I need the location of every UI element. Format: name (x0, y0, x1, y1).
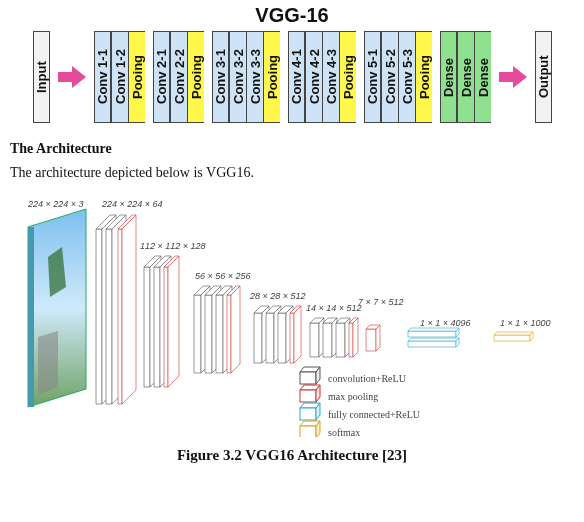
svg-marker-66 (408, 341, 456, 347)
dim-label: 224 × 224 × 64 (101, 199, 163, 209)
dim-label: 14 × 14 × 512 (306, 303, 362, 313)
conv-cell: Conv 5-2 (381, 31, 398, 123)
svg-text:fully connected+ReLU: fully connected+ReLU (328, 409, 421, 420)
conv-cell: Conv 5-3 (398, 31, 415, 123)
pool-cell: Pooing (339, 31, 356, 123)
svg-marker-63 (408, 331, 456, 337)
svg-marker-21 (164, 267, 168, 387)
svg-rect-85 (300, 426, 316, 437)
conv-cell: Conv 5-1 (364, 31, 381, 123)
svg-marker-15 (144, 267, 150, 387)
dim-label: 224 × 224 × 3 (27, 199, 84, 209)
block-2: Conv 2-1Conv 2-2Pooing (153, 31, 204, 123)
svg-marker-70 (494, 332, 533, 335)
block-4: Conv 4-1Conv 4-2Conv 4-3Pooing (288, 31, 356, 123)
svg-marker-57 (349, 323, 353, 357)
dim-label: 56 × 56 × 256 (195, 271, 251, 281)
svg-marker-69 (494, 335, 530, 341)
conv-cell: Conv 1-1 (94, 31, 111, 123)
svg-marker-39 (266, 313, 274, 363)
svg-marker-3 (28, 227, 34, 407)
svg-marker-6 (96, 229, 102, 404)
svg-marker-12 (118, 229, 122, 404)
conv-cell: Conv 3-1 (212, 31, 229, 123)
svg-marker-18 (154, 267, 160, 387)
svg-rect-73 (300, 372, 316, 384)
svg-marker-24 (194, 295, 201, 373)
dim-label: 7 × 7 × 512 (358, 297, 404, 307)
svg-rect-77 (300, 390, 316, 402)
dim-label: 112 × 112 × 128 (140, 241, 206, 251)
svg-marker-36 (254, 313, 262, 363)
svg-marker-59 (353, 318, 358, 357)
svg-marker-14 (122, 215, 136, 404)
dense-cell: Dense (440, 31, 457, 123)
section-heading: The Architecture (10, 141, 574, 157)
arrow-icon (58, 66, 86, 88)
section-desc: The architecture depicted below is VGG16… (10, 165, 574, 181)
conv-cell: Conv 3-2 (229, 31, 246, 123)
output-cell: Output (535, 31, 552, 123)
svg-marker-54 (336, 323, 345, 357)
svg-marker-42 (278, 313, 286, 363)
conv-cell: Conv 1-2 (111, 31, 128, 123)
svg-marker-0 (58, 66, 86, 88)
svg-marker-1 (499, 66, 527, 88)
dense-cell: Dense (474, 31, 491, 123)
svg-marker-35 (231, 286, 240, 373)
svg-marker-64 (408, 328, 459, 331)
dense-cell: Dense (457, 31, 474, 123)
conv-cell: Conv 4-1 (288, 31, 305, 123)
svg-text:softmax: softmax (328, 427, 360, 437)
svg-marker-33 (227, 295, 231, 373)
diagram-title: VGG-16 (10, 4, 574, 27)
svg-marker-62 (376, 325, 380, 351)
pool-cell: Pooing (187, 31, 204, 123)
conv-cell: Conv 2-2 (170, 31, 187, 123)
svg-marker-30 (216, 295, 223, 373)
svg-marker-60 (366, 329, 376, 351)
svg-marker-48 (310, 323, 319, 357)
conv-cell: Conv 4-3 (322, 31, 339, 123)
dim-label: 28 × 28 × 512 (249, 291, 306, 301)
svg-marker-51 (323, 323, 332, 357)
dim-label: 1 × 1 × 1000 (500, 318, 551, 328)
vgg-3d-diagram: 224 × 224 × 3 224 × 224 × 64 (10, 187, 570, 437)
input-cell: Input (33, 31, 50, 123)
pool-cell: Pooing (128, 31, 145, 123)
conv-cell: Conv 3-3 (246, 31, 263, 123)
conv-cell: Conv 2-1 (153, 31, 170, 123)
svg-marker-67 (408, 338, 459, 341)
svg-marker-9 (106, 229, 112, 404)
svg-rect-81 (300, 408, 316, 420)
conv-cell: Conv 4-2 (305, 31, 322, 123)
svg-text:convolution+ReLU: convolution+ReLU (328, 373, 407, 384)
figure-caption: Figure 3.2 VGG16 Architecture [23] (10, 447, 574, 464)
dim-label: 1 × 1 × 4096 (420, 318, 471, 328)
block-6: DenseDenseDense (440, 31, 491, 123)
layer-row: Input Conv 1-1Conv 1-2PooingConv 2-1Conv… (10, 31, 574, 123)
block-3: Conv 3-1Conv 3-2Conv 3-3Pooing (212, 31, 280, 123)
pool-cell: Pooing (415, 31, 432, 123)
svg-marker-5 (38, 331, 58, 395)
pool-cell: Pooing (263, 31, 280, 123)
legend: convolution+ReLU max pooling fully conne… (300, 367, 421, 437)
svg-text:max pooling: max pooling (328, 391, 378, 402)
block-1: Conv 1-1Conv 1-2Pooing (94, 31, 145, 123)
svg-marker-45 (290, 313, 294, 363)
svg-marker-23 (168, 256, 179, 387)
svg-marker-47 (294, 306, 301, 363)
svg-marker-27 (205, 295, 212, 373)
arrow-icon (499, 66, 527, 88)
block-5: Conv 5-1Conv 5-2Conv 5-3Pooing (364, 31, 432, 123)
